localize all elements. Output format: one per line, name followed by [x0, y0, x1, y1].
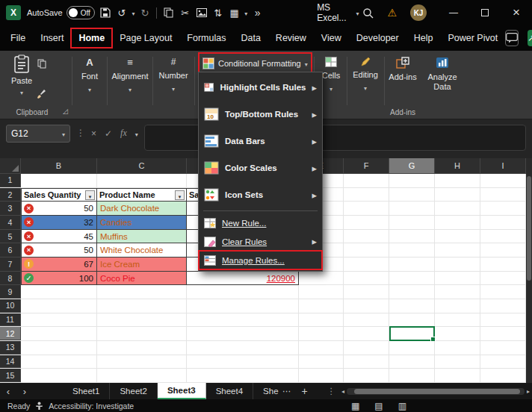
- cell[interactable]: [480, 258, 526, 272]
- scroll-right-icon[interactable]: [527, 388, 530, 395]
- maximize-button[interactable]: [469, 0, 501, 25]
- copy-icon[interactable]: [162, 4, 175, 22]
- row-header[interactable]: 10: [0, 299, 21, 313]
- more-commands-icon[interactable]: [251, 4, 264, 22]
- number-group-button[interactable]: Number: [154, 57, 193, 93]
- cell[interactable]: [480, 272, 526, 286]
- cell-b4[interactable]: 32: [21, 216, 97, 230]
- sheet-tab-sheet2[interactable]: Sheet2: [110, 383, 157, 399]
- page-break-preview-icon[interactable]: [398, 401, 406, 411]
- sheet-tab-sheet1[interactable]: Sheet1: [63, 383, 110, 399]
- cut-icon[interactable]: [179, 4, 191, 22]
- picture-icon[interactable]: [195, 4, 208, 22]
- scroll-left-icon[interactable]: [341, 388, 344, 395]
- copy-small-icon[interactable]: [34, 57, 49, 70]
- row-header[interactable]: 8: [0, 272, 21, 286]
- user-avatar[interactable]: KJ: [410, 4, 427, 21]
- row-header[interactable]: 12: [0, 327, 21, 340]
- alignment-group-button[interactable]: Alignment: [110, 57, 150, 93]
- share-button[interactable]: [528, 30, 532, 46]
- paste-button[interactable]: Paste: [7, 54, 36, 96]
- menu-item-data-bars[interactable]: Data Bars: [199, 128, 322, 154]
- cell-b3[interactable]: 50: [21, 202, 97, 216]
- cell-c3[interactable]: Dark Chocolate: [97, 202, 187, 216]
- conditional-formatting-button[interactable]: Conditional Formatting: [199, 53, 312, 73]
- cell[interactable]: [389, 243, 435, 258]
- column-header-g[interactable]: G: [389, 158, 435, 174]
- sheet-row[interactable]: 14: [0, 355, 532, 369]
- sheet-tab-sheet4[interactable]: Sheet4: [206, 383, 253, 399]
- filter-button[interactable]: [85, 190, 95, 200]
- cell-c5[interactable]: Muffins: [97, 230, 187, 244]
- horizontal-scrollbar[interactable]: [341, 387, 530, 396]
- sheet-row[interactable]: 12: [0, 327, 532, 341]
- tab-review[interactable]: Review: [268, 28, 314, 48]
- fx-chevron[interactable]: [135, 128, 138, 139]
- editing-group-button[interactable]: Editing: [348, 57, 383, 92]
- sheet-tab-sheet3[interactable]: Sheet3: [158, 383, 206, 399]
- cell[interactable]: [344, 272, 389, 286]
- cell-d8[interactable]: 120900: [187, 272, 299, 286]
- tab-power-pivot[interactable]: Power Pivot: [440, 28, 505, 48]
- cell-b5[interactable]: 45: [21, 230, 97, 244]
- sheet-row[interactable]: 15: [0, 369, 532, 383]
- menu-item-top-bottom-rules[interactable]: 10 Top/Bottom Rules: [199, 101, 322, 128]
- name-box-chevron[interactable]: [62, 128, 65, 139]
- sheet-row[interactable]: 10: [0, 299, 532, 313]
- redo-icon[interactable]: [138, 4, 151, 22]
- row-header[interactable]: 13: [0, 341, 21, 355]
- menu-item-icon-sets[interactable]: Icon Sets: [199, 181, 322, 208]
- row-header[interactable]: 15: [0, 369, 21, 382]
- horizontal-scrollbar-thumb[interactable]: [354, 389, 520, 394]
- insert-function-icon[interactable]: fx: [120, 128, 127, 139]
- more-sheets-icon[interactable]: [279, 386, 295, 396]
- sheet-nav-right-icon[interactable]: [16, 386, 33, 397]
- select-all-corner[interactable]: [0, 158, 21, 174]
- comments-button[interactable]: [505, 30, 519, 46]
- row-header[interactable]: 4: [0, 216, 21, 230]
- cell[interactable]: [344, 216, 389, 230]
- sheet-tab-sheet5[interactable]: She: [253, 383, 279, 399]
- cell[interactable]: [435, 243, 480, 258]
- undo-dropdown-chevron[interactable]: [132, 7, 134, 18]
- cell-b6[interactable]: 50: [21, 243, 97, 258]
- row-header[interactable]: 9: [0, 285, 21, 299]
- tab-page-layout[interactable]: Page Layout: [112, 28, 179, 48]
- column-header-f[interactable]: F: [344, 158, 389, 174]
- table-icon[interactable]: [228, 4, 241, 22]
- cell[interactable]: [344, 230, 389, 244]
- column-header-h[interactable]: H: [435, 158, 480, 174]
- row-header[interactable]: 5: [0, 230, 21, 244]
- cell[interactable]: [344, 243, 389, 258]
- menu-item-manage-rules[interactable]: Manage Rules...: [199, 251, 322, 269]
- cell[interactable]: [435, 202, 480, 216]
- tab-view[interactable]: View: [314, 28, 349, 48]
- font-group-button[interactable]: Font: [75, 57, 105, 93]
- row-header[interactable]: 2: [0, 188, 21, 202]
- menu-item-highlight-cells-rules[interactable]: Highlight Cells Rules: [199, 74, 322, 101]
- column-header-b[interactable]: B: [21, 158, 97, 174]
- cell[interactable]: [480, 188, 526, 202]
- cell[interactable]: [435, 216, 480, 230]
- cell[interactable]: [344, 258, 389, 272]
- row-header[interactable]: 1: [0, 174, 21, 187]
- tab-splitter-icon[interactable]: [321, 386, 342, 396]
- selected-cell-g12[interactable]: [389, 326, 435, 341]
- row-header[interactable]: 7: [0, 258, 21, 272]
- table-dropdown-chevron[interactable]: [244, 7, 247, 18]
- tab-file[interactable]: File: [3, 28, 33, 48]
- row-header[interactable]: 6: [0, 243, 21, 258]
- sort-icon[interactable]: [211, 4, 224, 22]
- sheet-row[interactable]: 11: [0, 313, 532, 328]
- analyze-data-button[interactable]: AnalyzeData: [423, 57, 462, 91]
- cell-c8[interactable]: Coco Pie: [97, 272, 187, 286]
- undo-icon[interactable]: [115, 4, 128, 22]
- cell[interactable]: [480, 243, 526, 258]
- cell[interactable]: [435, 258, 480, 272]
- menu-item-color-scales[interactable]: Color Scales: [199, 154, 322, 181]
- normal-view-icon[interactable]: [351, 401, 359, 411]
- menu-item-new-rule[interactable]: New Rule...: [199, 213, 322, 232]
- tab-formulas[interactable]: Formulas: [179, 28, 233, 48]
- new-sheet-button[interactable]: +: [295, 385, 315, 397]
- sheet-row[interactable]: 9: [0, 285, 532, 299]
